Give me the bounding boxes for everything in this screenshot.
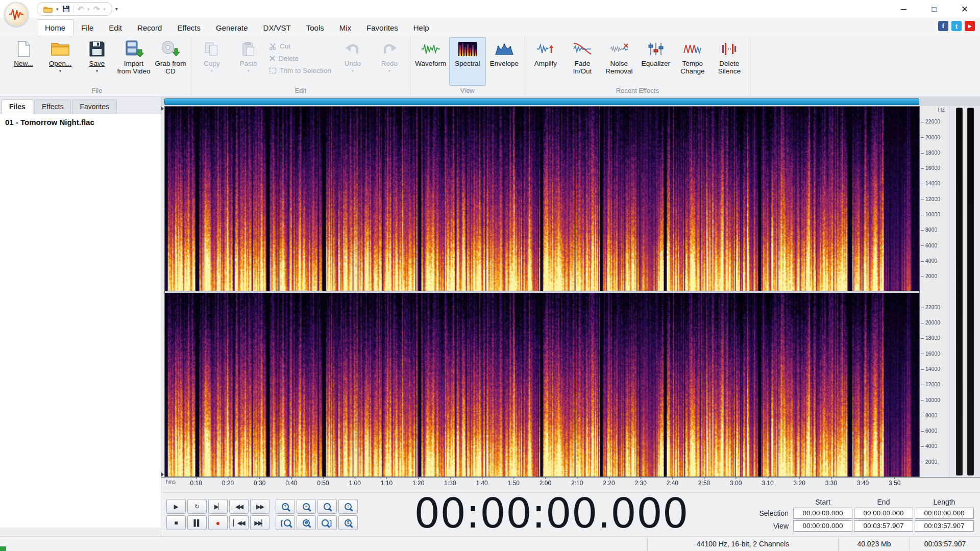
status-spacer — [0, 537, 647, 551]
tab-dxvst[interactable]: DX/VST — [256, 20, 299, 35]
import-from-video-button[interactable]: Import from Video — [115, 37, 152, 86]
tab-favorites[interactable]: Favorites — [359, 20, 406, 35]
timeline-ruler[interactable]: hms 0:100:200:300:400:501:001:101:201:30… — [161, 477, 980, 492]
fade-in-out-button[interactable]: Fade In/Out — [564, 37, 601, 86]
tab-home[interactable]: Home — [37, 19, 74, 35]
panel-tab-files[interactable]: Files — [2, 99, 33, 114]
tab-file[interactable]: File — [74, 20, 101, 35]
save-icon[interactable] — [62, 5, 70, 13]
open-dropdown-icon[interactable]: ▾ — [56, 7, 59, 12]
panel-tab-effects[interactable]: Effects — [34, 99, 71, 114]
timeline-tick: 2:30 — [634, 480, 646, 487]
timeline-tick: 1:00 — [349, 480, 361, 487]
save-button[interactable]: Save ▾ — [79, 37, 115, 86]
loop-play-button[interactable]: ↻ — [187, 499, 207, 514]
status-file-size: 40.023 Mb — [838, 537, 910, 551]
view-start-field[interactable]: 00:00:00.000 — [793, 520, 852, 532]
envelope-view-button[interactable]: Envelope — [486, 37, 523, 86]
horizontal-scrollbar[interactable] — [164, 98, 919, 105]
frequency-tick: 8000 — [921, 412, 937, 418]
zoom-out-button[interactable]: − — [297, 499, 316, 514]
record-button[interactable]: ● — [208, 515, 228, 530]
tab-record[interactable]: Record — [130, 20, 169, 35]
spectral-view-button[interactable]: Spectral — [449, 37, 486, 86]
spectrogram-channel-left[interactable] — [165, 107, 919, 291]
group-label-recent-effects: Recent Effects — [527, 86, 748, 96]
tab-mix[interactable]: Mix — [332, 20, 359, 35]
minimize-button[interactable]: ─ — [888, 0, 919, 18]
rewind-button[interactable]: ◀◀ — [229, 499, 249, 514]
undo-label: Undo — [345, 60, 361, 67]
go-to-start-button[interactable]: ▏◀◀ — [229, 515, 249, 530]
timeline-unit-label: hms — [166, 479, 176, 485]
spectral-label: Spectral — [455, 60, 480, 67]
zoom-vertical-out-button[interactable]: ⇕ — [338, 515, 358, 530]
tempo-change-label: Tempo Change — [675, 60, 710, 75]
save-floppy-icon — [86, 40, 108, 58]
twitter-icon[interactable]: t — [951, 21, 962, 31]
timeline-right-pad — [920, 478, 980, 492]
tempo-change-button[interactable]: Tempo Change — [674, 37, 711, 86]
grab-from-cd-label: Grab from CD — [153, 60, 188, 75]
file-list-item[interactable]: 01 - Tomorrow Night.flac — [0, 114, 161, 130]
view-end-field[interactable]: 00:03:57.907 — [854, 520, 913, 532]
frequency-tick: 8000 — [921, 227, 937, 233]
frequency-tick: 6000 — [921, 242, 937, 248]
play-to-end-button[interactable]: ▶▏ — [208, 499, 228, 514]
tab-generate[interactable]: Generate — [208, 20, 256, 35]
open-button-dropdown-icon[interactable]: ▾ — [59, 68, 62, 73]
facebook-icon[interactable]: f — [938, 21, 948, 31]
tab-tools[interactable]: Tools — [299, 20, 332, 35]
zoom-to-selection-button[interactable]: ▫ — [317, 499, 337, 514]
tab-effects[interactable]: Effects — [169, 20, 208, 35]
view-length-field[interactable]: 00:03:57.907 — [915, 520, 974, 532]
new-button-label: New... — [14, 60, 33, 67]
group-label-file: File — [5, 86, 189, 96]
selection-row-label: Selection — [745, 509, 792, 517]
zoom-vertical-in-button[interactable]: ↕ — [338, 499, 358, 514]
frequency-tick: 20000 — [921, 134, 940, 140]
status-bar: 44100 Hz, 16-bit, 2 Channels 40.023 Mb 0… — [0, 536, 980, 551]
pause-button[interactable]: ▌▌ — [187, 515, 207, 530]
zoom-next-button[interactable]: ] — [317, 515, 337, 530]
tab-help[interactable]: Help — [406, 20, 437, 35]
maximize-button[interactable]: □ — [919, 0, 949, 18]
spectrogram-channel-right[interactable] — [165, 293, 919, 477]
selection-end-field[interactable]: 00:00:00.000 — [854, 508, 913, 519]
open-icon[interactable] — [43, 6, 53, 13]
play-button[interactable]: ▶ — [166, 499, 186, 514]
grab-from-cd-button[interactable]: Grab from CD — [152, 37, 189, 86]
frequency-tick: 10000 — [921, 397, 940, 403]
new-button[interactable]: New... — [5, 37, 42, 86]
save-button-dropdown-icon[interactable]: ▾ — [96, 68, 99, 73]
equalizer-button[interactable]: Equalizer — [638, 37, 674, 86]
zoom-in-button[interactable]: + — [276, 499, 295, 514]
tab-edit[interactable]: Edit — [101, 20, 130, 35]
selection-start-field[interactable]: 00:00:00.000 — [793, 508, 852, 519]
paste-label: Paste — [240, 60, 258, 67]
title-bar: ▾ ↶ ▾ ↷ ▾ ▾ ─ □ × — [0, 0, 980, 18]
zoom-full-button[interactable]: ⊕ — [297, 515, 316, 530]
open-button[interactable]: Open... ▾ — [42, 37, 79, 86]
close-button[interactable]: × — [949, 0, 980, 18]
frequency-tick: 22000 — [921, 304, 940, 310]
fast-forward-button[interactable]: ▶▶ — [250, 499, 270, 514]
go-to-end-button[interactable]: ▶▶▏ — [250, 515, 270, 530]
stop-button[interactable]: ■ — [166, 515, 186, 530]
view-row-label: View — [745, 522, 792, 530]
group-label-edit: Edit — [193, 86, 408, 96]
waveform-view-button[interactable]: Waveform — [412, 37, 449, 86]
selection-view-panel: Start End Length Selection 00:00:00.000 … — [745, 498, 974, 532]
fade-in-out-label: Fade In/Out — [565, 60, 600, 75]
delete-silence-button[interactable]: Delete Silence — [711, 37, 748, 86]
panel-tab-favorites[interactable]: Favorites — [72, 99, 117, 114]
frequency-tick: 22000 — [921, 118, 940, 124]
amplify-button[interactable]: Amplify — [527, 37, 564, 86]
youtube-icon[interactable]: ▶ — [965, 21, 975, 31]
selection-length-field[interactable]: 00:00:00.000 — [915, 508, 974, 519]
spectral-icon — [457, 40, 478, 58]
app-logo-icon[interactable] — [4, 2, 29, 27]
toolbar-customize-icon[interactable]: ▾ — [115, 6, 118, 12]
zoom-previous-button[interactable]: [ — [276, 515, 295, 530]
noise-removal-button[interactable]: Noise Removal — [601, 37, 638, 86]
